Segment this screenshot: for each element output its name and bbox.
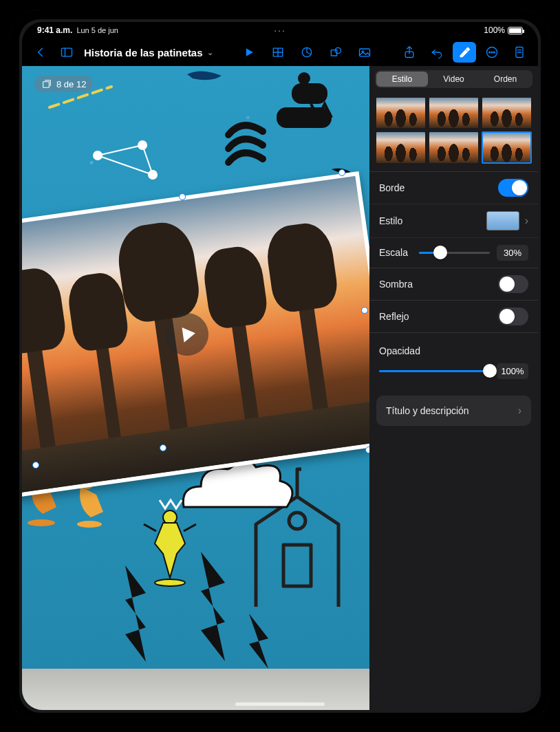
reflection-label: Reflejo bbox=[379, 311, 409, 322]
document-settings-button[interactable] bbox=[508, 42, 531, 63]
selection-handle[interactable] bbox=[361, 307, 368, 314]
svg-point-15 bbox=[494, 52, 495, 53]
chevron-down-icon: ⌄ bbox=[207, 48, 213, 57]
chevron-right-icon: › bbox=[518, 405, 521, 417]
selection-handle[interactable] bbox=[160, 444, 166, 451]
sidebar-toggle-button[interactable] bbox=[55, 42, 78, 63]
title-description-label: Título y descripción bbox=[386, 405, 469, 416]
border-toggle[interactable] bbox=[498, 179, 528, 197]
svg-marker-2 bbox=[246, 48, 253, 56]
border-scale-slider[interactable] bbox=[419, 252, 490, 254]
format-inspector-panel: Estilo Video Orden Borde bbox=[369, 66, 538, 710]
content-area: 8 de 12 bbox=[22, 66, 538, 710]
share-button[interactable] bbox=[398, 42, 421, 63]
reflection-row: Reflejo bbox=[369, 301, 538, 332]
tab-order[interactable]: Orden bbox=[480, 72, 531, 87]
border-label: Borde bbox=[379, 182, 405, 193]
border-style-swatch bbox=[486, 211, 519, 230]
svg-point-13 bbox=[489, 52, 491, 53]
video-object[interactable] bbox=[22, 171, 369, 497]
undo-button[interactable] bbox=[425, 42, 449, 63]
format-inspector-button[interactable] bbox=[453, 42, 476, 63]
border-style-label: Estilo bbox=[379, 215, 402, 226]
opacity-label: Opacidad bbox=[379, 345, 420, 356]
shadow-toggle[interactable] bbox=[498, 275, 528, 293]
reflection-toggle[interactable] bbox=[498, 308, 528, 325]
style-preset[interactable] bbox=[429, 98, 478, 128]
title-description-row[interactable]: Título y descripción › bbox=[376, 396, 531, 426]
border-scale-value[interactable]: 30% bbox=[497, 245, 528, 261]
chevron-right-icon: › bbox=[525, 215, 528, 227]
multitask-dots[interactable]: ··· bbox=[274, 25, 286, 36]
slides-icon bbox=[41, 78, 52, 89]
insert-media-button[interactable] bbox=[353, 42, 376, 63]
inspector-tabs: Estilo Video Orden bbox=[375, 70, 532, 88]
opacity-value[interactable]: 100% bbox=[497, 363, 528, 379]
app-toolbar: Historia de las patinetas ⌄ bbox=[22, 39, 538, 66]
svg-point-14 bbox=[491, 52, 493, 53]
style-preset[interactable] bbox=[376, 132, 425, 162]
insert-shape-button[interactable] bbox=[324, 42, 347, 63]
border-scale-label: Escala bbox=[379, 247, 412, 258]
slide-counter-text: 8 de 12 bbox=[56, 79, 86, 89]
insert-table-button[interactable] bbox=[266, 42, 290, 63]
shadow-label: Sombra bbox=[379, 279, 413, 290]
svg-rect-0 bbox=[62, 48, 72, 56]
svg-point-8 bbox=[335, 47, 341, 53]
svg-rect-9 bbox=[359, 49, 369, 56]
status-time: 9:41 a.m. bbox=[37, 25, 72, 35]
screen: 9:41 a.m. Lun 5 de jun ··· 100% Historia… bbox=[22, 22, 538, 710]
svg-rect-19 bbox=[43, 82, 50, 88]
style-preset-selected[interactable] bbox=[482, 132, 531, 162]
play-presentation-button[interactable] bbox=[237, 42, 261, 63]
style-preset[interactable] bbox=[482, 98, 531, 128]
selection-handle[interactable] bbox=[365, 446, 369, 453]
home-indicator[interactable] bbox=[235, 702, 325, 706]
more-button[interactable] bbox=[480, 42, 504, 63]
status-bar: 9:41 a.m. Lun 5 de jun ··· 100% bbox=[22, 22, 538, 39]
selection-handle[interactable] bbox=[338, 169, 345, 176]
opacity-slider-row: 100% bbox=[369, 363, 538, 386]
opacity-slider[interactable] bbox=[379, 370, 490, 372]
document-title[interactable]: Historia de las patinetas ⌄ bbox=[81, 47, 216, 58]
battery-percent: 100% bbox=[484, 25, 505, 35]
shadow-row: Sombra bbox=[369, 268, 538, 300]
selection-handle[interactable] bbox=[32, 462, 39, 469]
insert-chart-button[interactable] bbox=[295, 42, 319, 63]
slide-canvas[interactable]: 8 de 12 bbox=[22, 66, 369, 710]
slide-counter-badge[interactable]: 8 de 12 bbox=[34, 76, 93, 92]
style-preset[interactable] bbox=[376, 98, 425, 128]
border-style-row[interactable]: Estilo › bbox=[369, 204, 538, 237]
device-frame: 9:41 a.m. Lun 5 de jun ··· 100% Historia… bbox=[10, 10, 550, 722]
style-preset[interactable] bbox=[429, 132, 478, 162]
tab-video[interactable]: Video bbox=[428, 72, 480, 87]
style-thumbnails bbox=[369, 92, 538, 171]
status-date: Lun 5 de jun bbox=[76, 26, 118, 34]
back-button[interactable] bbox=[29, 42, 52, 63]
battery-icon bbox=[508, 27, 523, 34]
selection-handle[interactable] bbox=[179, 193, 186, 200]
tab-style[interactable]: Estilo bbox=[376, 72, 428, 87]
border-scale-row: Escala 30% bbox=[369, 237, 538, 268]
document-title-text: Historia de las patinetas bbox=[84, 47, 203, 58]
border-row: Borde bbox=[369, 172, 538, 204]
